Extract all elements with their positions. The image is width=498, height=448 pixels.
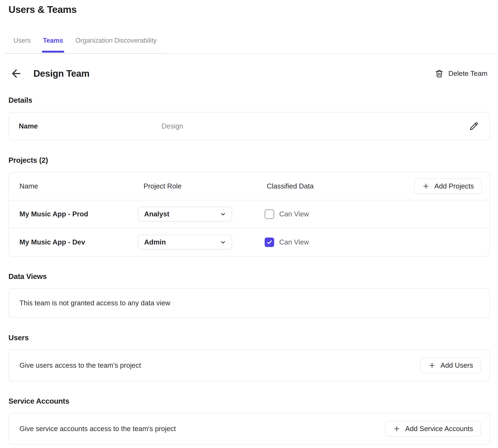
trash-icon <box>435 69 444 78</box>
table-row: My Music App - Prod Analyst <box>9 200 490 228</box>
column-header-name: Name <box>19 182 138 190</box>
projects-table-header: Name Project Role Classified Data Add Pr… <box>9 173 490 200</box>
project-role-select[interactable]: Analyst <box>138 207 232 222</box>
plus-icon <box>428 362 436 369</box>
project-role-select[interactable]: Admin <box>138 235 232 250</box>
can-view-label: Can View <box>279 210 309 218</box>
edit-name-button[interactable] <box>469 122 479 131</box>
table-row: My Music App - Dev Admin <box>9 228 490 256</box>
projects-heading: Projects (2) <box>8 156 490 164</box>
delete-team-button[interactable]: Delete Team <box>435 69 487 78</box>
chevron-down-icon <box>220 211 226 217</box>
check-icon <box>266 239 273 245</box>
data-views-heading: Data Views <box>8 272 490 281</box>
plus-icon <box>393 425 401 432</box>
add-service-accounts-button[interactable]: Add Service Accounts <box>385 421 481 437</box>
name-value: Design <box>161 122 469 130</box>
plus-icon <box>422 182 430 190</box>
service-accounts-heading: Service Accounts <box>8 397 490 405</box>
classified-data-cell: Can View <box>265 238 482 247</box>
name-label: Name <box>19 122 161 130</box>
project-role-value: Admin <box>144 238 220 246</box>
page-title: Users & Teams <box>8 4 490 15</box>
pencil-icon <box>469 122 479 131</box>
users-description: Give users access to the team's project <box>19 361 420 369</box>
data-views-empty-text: This team is not granted access to any d… <box>19 299 170 307</box>
data-views-card: This team is not granted access to any d… <box>8 288 490 318</box>
tab-teams[interactable]: Teams <box>43 37 63 54</box>
project-name: My Music App - Dev <box>19 238 138 246</box>
team-title: Design Team <box>33 68 89 79</box>
users-teams-page: Users & Teams Users Teams Organization D… <box>0 0 498 445</box>
tab-organization-discoverability[interactable]: Organization Discoverability <box>76 37 157 54</box>
chevron-down-icon <box>220 239 226 245</box>
back-button[interactable] <box>10 67 24 80</box>
can-view-checkbox[interactable] <box>265 238 274 247</box>
arrow-left-icon <box>10 67 22 80</box>
tab-users[interactable]: Users <box>14 37 31 54</box>
column-header-classified-data: Classified Data <box>265 182 414 190</box>
service-accounts-card: Give service accounts access to the team… <box>8 413 490 445</box>
details-heading: Details <box>8 96 490 104</box>
add-users-label: Add Users <box>440 361 473 369</box>
add-service-accounts-label: Add Service Accounts <box>405 425 473 433</box>
project-name: My Music App - Prod <box>19 210 138 218</box>
details-card: Name Design <box>8 112 490 140</box>
column-header-project-role: Project Role <box>138 182 265 190</box>
can-view-label: Can View <box>279 238 309 246</box>
add-projects-label: Add Projects <box>434 182 474 190</box>
team-header: Design Team Delete Team <box>8 67 490 80</box>
project-role-value: Analyst <box>144 210 220 218</box>
tab-bar: Users Teams Organization Discoverability <box>8 37 490 54</box>
classified-data-cell: Can View <box>265 209 482 219</box>
users-heading: Users <box>8 334 490 342</box>
projects-card: Name Project Role Classified Data Add Pr… <box>8 172 490 256</box>
delete-team-label: Delete Team <box>448 69 487 78</box>
users-card: Give users access to the team's project … <box>8 350 490 381</box>
service-accounts-description: Give service accounts access to the team… <box>19 425 385 433</box>
can-view-checkbox[interactable] <box>265 209 274 219</box>
add-users-button[interactable]: Add Users <box>420 358 481 373</box>
add-projects-button[interactable]: Add Projects <box>414 178 482 194</box>
